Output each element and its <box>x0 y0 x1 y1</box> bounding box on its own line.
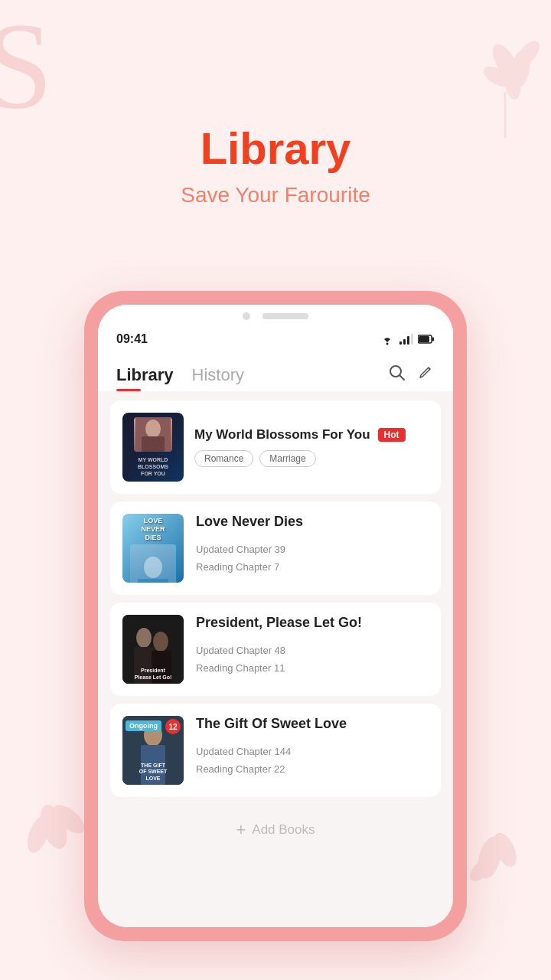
signal-icon <box>399 334 413 345</box>
tab-history[interactable]: History <box>192 365 244 391</box>
svg-rect-20 <box>419 336 429 342</box>
phone-camera <box>243 312 250 320</box>
status-icons <box>380 333 435 345</box>
cover-3-label: PresidentPlease Let Go! <box>135 668 172 681</box>
add-books-button[interactable]: + Add Books <box>98 806 453 854</box>
tags-row-1: Romance Marriage <box>194 450 429 467</box>
tag-romance: Romance <box>194 450 253 467</box>
book-cover-2: LOVENEVERDIES <box>122 514 184 583</box>
badge-count: 12 <box>165 719 181 734</box>
svg-point-2 <box>508 48 533 89</box>
phone-speaker <box>262 313 308 319</box>
page-header: Library Save Your Farourite <box>0 122 551 207</box>
book-info-1: My World Blossoms For You Hot Romance Ma… <box>194 427 429 467</box>
tabs-left: Library History <box>116 365 244 391</box>
edit-button[interactable] <box>418 364 435 385</box>
svg-rect-14 <box>399 341 402 345</box>
book-updated-2: Updated Chapter 39 <box>196 541 429 558</box>
book-card-4[interactable]: Ongoing 12 THE GIFTOF SWEETLOVE <box>110 704 441 797</box>
svg-line-22 <box>399 375 404 380</box>
book-cover-3: PresidentPlease Let Go! <box>122 615 184 684</box>
search-button[interactable] <box>389 364 406 385</box>
book-title-row-1: My World Blossoms For You Hot <box>194 427 429 443</box>
cover-3-art <box>122 615 178 665</box>
hot-badge-1: Hot <box>378 428 406 442</box>
book-meta-4: Updated Chapter 144 Reading Chapter 22 <box>196 743 429 779</box>
book-card-1[interactable]: MY WORLDBLOSSOMSFOR YOU My World Blossom… <box>110 400 441 494</box>
badge-ongoing: Ongoing <box>126 720 161 731</box>
book-cover-1: MY WORLDBLOSSOMSFOR YOU <box>122 413 184 482</box>
book-meta-3: Updated Chapter 48 Reading Chapter 11 <box>196 642 429 678</box>
tabs-icons <box>389 364 435 391</box>
tag-marriage: Marriage <box>259 450 315 467</box>
cover-2-svg <box>130 544 176 583</box>
svg-point-13 <box>386 343 389 345</box>
book-updated-4: Updated Chapter 144 <box>196 743 429 760</box>
svg-point-8 <box>23 813 54 855</box>
svg-rect-25 <box>142 436 165 451</box>
page-title: Library <box>0 122 551 174</box>
book-info-4: The Gift Of Sweet Love Updated Chapter 1… <box>196 716 429 779</box>
cover-1-image <box>134 417 172 452</box>
svg-point-30 <box>136 628 152 648</box>
status-time: 09:41 <box>116 332 148 346</box>
book-reading-4: Reading Chapter 22 <box>196 760 429 778</box>
svg-rect-19 <box>432 338 435 341</box>
book-reading-3: Reading Chapter 11 <box>196 659 429 677</box>
svg-rect-15 <box>403 339 406 345</box>
page-subtitle: Save Your Farourite <box>0 183 551 207</box>
search-icon <box>389 364 406 381</box>
book-reading-2: Reading Chapter 7 <box>196 558 429 576</box>
status-bar: 09:41 <box>98 323 453 352</box>
book-title-3: President, Please Let Go! <box>196 615 429 631</box>
svg-point-24 <box>145 420 161 438</box>
svg-point-7 <box>35 802 73 853</box>
add-icon: + <box>236 820 246 840</box>
book-title-2: Love Never Dies <box>196 514 429 530</box>
cover-1-title: MY WORLDBLOSSOMSFOR YOU <box>138 456 168 477</box>
svg-point-27 <box>144 557 162 578</box>
cover-4-label: THE GIFTOF SWEETLOVE <box>139 763 168 782</box>
app-header: Library History <box>98 352 453 391</box>
book-list: MY WORLDBLOSSOMSFOR YOU My World Blossom… <box>98 391 453 806</box>
book-info-3: President, Please Let Go! Updated Chapte… <box>196 615 429 678</box>
phone-inner: 09:41 <box>98 305 453 927</box>
svg-point-11 <box>489 829 521 871</box>
book-updated-3: Updated Chapter 48 <box>196 642 429 659</box>
svg-point-10 <box>474 834 506 880</box>
cover-1-art <box>135 417 171 452</box>
svg-point-9 <box>48 800 90 839</box>
svg-point-31 <box>153 632 168 652</box>
phone-mockup: 09:41 <box>84 291 467 941</box>
svg-point-4 <box>512 37 543 70</box>
book-info-2: Love Never Dies Updated Chapter 39 Readi… <box>196 514 429 577</box>
svg-rect-16 <box>407 336 409 345</box>
wifi-icon <box>380 333 395 345</box>
app-content: MY WORLDBLOSSOMSFOR YOU My World Blossom… <box>98 391 453 927</box>
book-title-4: The Gift Of Sweet Love <box>196 716 429 732</box>
tab-library[interactable]: Library <box>116 365 174 391</box>
cover-2-art <box>130 544 176 583</box>
battery-icon <box>418 335 435 344</box>
svg-rect-17 <box>411 334 413 345</box>
book-card-2[interactable]: LOVENEVERDIES Love N <box>110 501 441 595</box>
phone-top-bar <box>98 305 453 323</box>
phone-outer: 09:41 <box>84 291 467 941</box>
svg-point-1 <box>487 40 523 82</box>
book-title-1: My World Blossoms For You <box>194 427 370 443</box>
book-card-3[interactable]: PresidentPlease Let Go! President, Pleas… <box>110 603 441 696</box>
svg-point-12 <box>466 853 498 885</box>
svg-point-5 <box>503 68 523 101</box>
tabs-row: Library History <box>116 364 435 391</box>
svg-text:S: S <box>0 0 53 134</box>
svg-rect-28 <box>138 579 168 583</box>
cover-2-title: LOVENEVERDIES <box>141 517 165 541</box>
book-meta-2: Updated Chapter 39 Reading Chapter 7 <box>196 541 429 577</box>
edit-icon <box>418 364 435 381</box>
book-cover-4: Ongoing 12 THE GIFTOF SWEETLOVE <box>122 716 184 785</box>
add-books-label: Add Books <box>252 822 315 838</box>
svg-point-3 <box>481 62 515 90</box>
